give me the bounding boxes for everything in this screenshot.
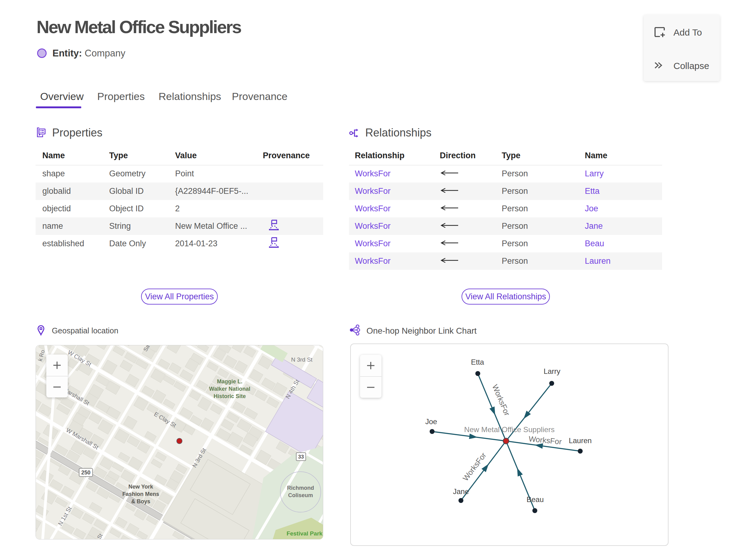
svg-text:Joe: Joe (425, 417, 437, 426)
svg-text:33: 33 (298, 454, 304, 460)
svg-text:& Boys: & Boys (131, 498, 150, 504)
svg-text:Richmond: Richmond (287, 485, 314, 491)
svg-text:Walker National: Walker National (209, 386, 250, 392)
svg-text:Maggie L.: Maggie L. (217, 378, 242, 385)
svg-text:WorksFor: WorksFor (528, 434, 562, 446)
svg-text:Festival Park: Festival Park (286, 530, 323, 537)
svg-text:Historic Site: Historic Site (213, 393, 246, 399)
svg-text:Lauren: Lauren (569, 436, 592, 445)
svg-text:Coliseum: Coliseum (288, 492, 313, 498)
svg-text:Jane: Jane (453, 487, 469, 496)
svg-text:N 3rd St: N 3rd St (291, 356, 312, 363)
svg-text:Etta: Etta (471, 358, 484, 366)
svg-text:New York: New York (128, 484, 153, 490)
svg-text:250: 250 (81, 470, 90, 476)
svg-text:Beau: Beau (527, 495, 544, 504)
svg-text:WorksFor: WorksFor (461, 451, 488, 482)
svg-text:Larry: Larry (544, 367, 561, 375)
svg-text:Fashion Mens: Fashion Mens (122, 491, 159, 497)
svg-text:New Metal Office Suppliers: New Metal Office Suppliers (464, 425, 554, 434)
